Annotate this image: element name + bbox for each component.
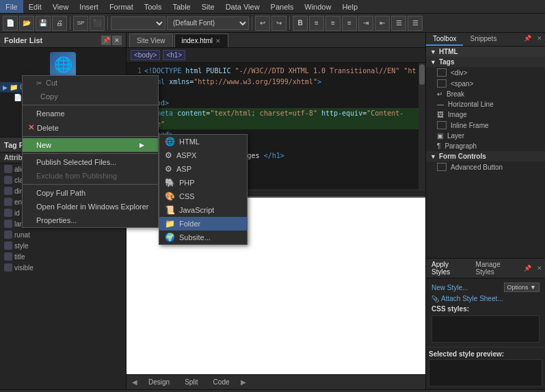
panel-pin-btn[interactable]: 📌 [101, 36, 111, 45]
apply-styles-panel: Apply Styles Manage Styles 📌 ✕ New Style… [426, 258, 545, 389]
tab-manage-styles[interactable]: Manage Styles [470, 259, 521, 278]
menu-help[interactable]: Help [336, 0, 363, 13]
sub-item-php[interactable]: 🐘 PHP [159, 176, 247, 190]
toolbar-btn-indent1[interactable]: ⇥ [358, 16, 373, 31]
ctx-item-rename[interactable]: Rename [23, 107, 158, 120]
menubar: File Edit View Insert Format Tools Table… [0, 0, 545, 14]
panel-pin-btn2[interactable]: 📌 [521, 33, 534, 46]
toolbar-btn-align2[interactable]: ≡ [325, 16, 341, 31]
toolbox-content: ▼ HTML ▼ Tags <div> <span> ↵ Break — Hor [426, 47, 545, 258]
attrib-icon [4, 231, 12, 239]
toolbar-btn-list2[interactable]: ☰ [408, 16, 423, 31]
toolbox-item-iframe[interactable]: Inline Frame [426, 120, 545, 131]
expand-icon2: ▼ [430, 59, 436, 66]
toolbar-dropdown2[interactable]: (Default Font) [167, 16, 249, 30]
ctx-sep1 [23, 105, 158, 105]
ctx-item-new[interactable]: New ▶ [23, 138, 158, 152]
ctx-item-copy[interactable]: Copy [23, 90, 158, 103]
toolbox-item-break[interactable]: ↵ Break [426, 89, 545, 99]
menu-view[interactable]: View [47, 0, 75, 13]
code-scrollbar[interactable] [418, 63, 425, 190]
tab-apply-styles[interactable]: Apply Styles [426, 259, 470, 278]
attrib-visible[interactable]: visible [0, 262, 126, 273]
toolbar-btn-4[interactable]: 🖨 [52, 16, 67, 31]
tab-design[interactable]: Design [142, 377, 176, 387]
ctx-item-openfolder[interactable]: Open Folder in Windows Explorer [23, 200, 158, 213]
toolbar-btn-redo[interactable]: ↪ [271, 16, 287, 31]
menu-panels[interactable]: Panels [265, 0, 300, 13]
panel-close-btn[interactable]: ✕ [112, 36, 122, 45]
menu-table[interactable]: Table [167, 0, 196, 13]
toolbar-dropdown1[interactable] [111, 16, 165, 30]
tab-snippets[interactable]: Snippets [463, 33, 503, 46]
sub-item-asp[interactable]: ⚙ ASP [159, 162, 247, 176]
css-icon: 🎨 [165, 192, 175, 201]
toolbar-btn-undo[interactable]: ↩ [255, 16, 270, 31]
code-scroll-thumb[interactable] [419, 64, 425, 85]
menu-insert[interactable]: Insert [74, 0, 104, 13]
ctx-item-delete[interactable]: ✕ Delete [23, 120, 158, 135]
scroll-right-btn[interactable]: ▶ [238, 378, 249, 386]
toolbox-item-div[interactable]: <div> [426, 67, 545, 78]
toolbox-item-span[interactable]: <span> [426, 78, 545, 89]
toolbox-item-hr[interactable]: — Horizontal Line [426, 99, 545, 109]
tab-toolbox[interactable]: Toolbox [426, 33, 463, 46]
sub-item-aspx[interactable]: ⚙ ASPX [159, 148, 247, 162]
tab-code[interactable]: Code [207, 377, 237, 387]
attrib-style[interactable]: style [0, 240, 126, 251]
toolbox-item-advbtn[interactable]: Advanced Button [426, 161, 545, 172]
sub-item-css[interactable]: 🎨 CSS [159, 190, 247, 203]
toolbar-btn-save[interactable]: 💾 [36, 16, 51, 31]
ctx-item-properties[interactable]: Properties... [23, 213, 158, 227]
sub-item-js[interactable]: 📜 JavaScript [159, 203, 247, 217]
code-line-2: 2 <html xmlns="http://www.w3.org/1999/xh… [132, 77, 423, 88]
attach-style-row: 📎 Attach Style Sheet... [429, 293, 542, 304]
toolbox-tags-header[interactable]: ▼ Tags [426, 57, 545, 67]
right-panel: Toolbox Snippets 📌 ✕ ▼ HTML ▼ Tags <div>… [425, 33, 545, 389]
menu-file[interactable]: File [0, 0, 23, 13]
toolbox-item-image[interactable]: 🖼 Image [426, 109, 545, 120]
options-btn[interactable]: Options ▼ [504, 283, 540, 292]
toolbar-btn-align1[interactable]: ≡ [309, 16, 324, 31]
menu-edit[interactable]: Edit [23, 0, 47, 13]
menu-tools[interactable]: Tools [139, 0, 168, 13]
tab-split[interactable]: Split [178, 377, 204, 387]
toolbar-btn-list1[interactable]: ☰ [391, 16, 406, 31]
breadcrumb-h1[interactable]: <h1> [163, 50, 185, 60]
panel-close-btn2[interactable]: ✕ [534, 33, 545, 46]
tab-siteview[interactable]: Site View [129, 34, 173, 47]
menu-window[interactable]: Window [299, 0, 336, 13]
sub-item-folder[interactable]: 📁 Folder [159, 217, 247, 231]
sub-item-subsite[interactable]: 🌍 Subsite... [159, 231, 247, 244]
scroll-left-btn[interactable]: ◀ [129, 378, 140, 386]
breadcrumb-body[interactable]: <body> [131, 50, 160, 60]
new-style-link[interactable]: New Style... [431, 284, 468, 291]
menu-site[interactable]: Site [196, 0, 220, 13]
ctx-item-copyfullpath[interactable]: Copy Full Path [23, 186, 158, 200]
line-content: <html xmlns="http://www.w3.org/1999/xhtm… [144, 77, 321, 88]
attach-style-link[interactable]: Attach Style Sheet... [441, 295, 503, 302]
menu-dataview[interactable]: Data View [220, 0, 265, 13]
toolbar-btn-indent2[interactable]: ⇤ [375, 16, 390, 31]
toolbox-item-layer[interactable]: ▣ Layer [426, 131, 545, 141]
tab-close-btn[interactable]: ✕ [215, 38, 221, 44]
attrib-title[interactable]: title [0, 251, 126, 262]
toolbar-btn-new[interactable]: 📄 [3, 16, 18, 31]
menu-format[interactable]: Format [104, 0, 139, 13]
tab-indexhtml[interactable]: index.html ✕ [174, 34, 229, 47]
toolbar-btn-6[interactable]: ⬛ [90, 16, 105, 31]
toolbox-item-paragraph[interactable]: ¶ Paragraph [426, 141, 545, 151]
toolbar-btn-5[interactable]: SP [73, 16, 88, 31]
toolbar-btn-align3[interactable]: ≡ [342, 16, 357, 31]
ctx-item-cut[interactable]: ✂ Cut [23, 76, 158, 90]
toolbar-btn-b[interactable]: B [293, 16, 308, 31]
toolbox-html-header[interactable]: ▼ HTML [426, 47, 545, 57]
toolbox-formcontrols-header[interactable]: ▼ Form Controls [426, 151, 545, 161]
ctx-item-publish[interactable]: Publish Selected Files... [23, 155, 158, 169]
asp-icon: ⚙ [165, 164, 172, 174]
panel-pin-btn3[interactable]: 📌 [521, 263, 534, 274]
attrib-runat[interactable]: runat [0, 229, 126, 240]
toolbar-btn-open[interactable]: 📂 [19, 16, 34, 31]
panel-close-btn3[interactable]: ✕ [534, 263, 545, 274]
sub-item-html[interactable]: 🌐 HTML [159, 135, 247, 148]
